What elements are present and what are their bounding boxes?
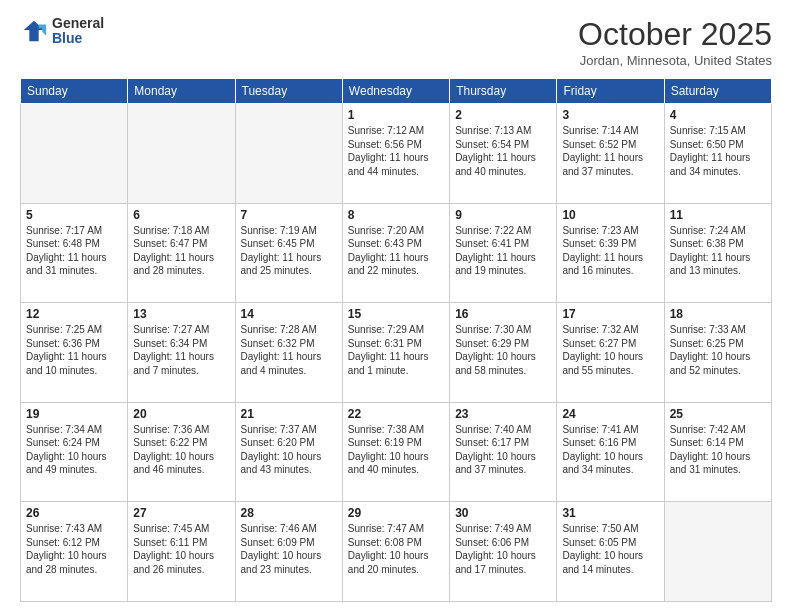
table-cell: [21, 104, 128, 204]
day-info: Sunrise: 7:13 AMSunset: 6:54 PMDaylight:…: [455, 124, 551, 178]
day-number: 16: [455, 307, 551, 321]
table-cell: 14Sunrise: 7:28 AMSunset: 6:32 PMDayligh…: [235, 303, 342, 403]
table-cell: 12Sunrise: 7:25 AMSunset: 6:36 PMDayligh…: [21, 303, 128, 403]
svg-marker-0: [24, 21, 45, 42]
day-info: Sunrise: 7:14 AMSunset: 6:52 PMDaylight:…: [562, 124, 658, 178]
day-number: 22: [348, 407, 444, 421]
week-row-1: 1Sunrise: 7:12 AMSunset: 6:56 PMDaylight…: [21, 104, 772, 204]
day-info: Sunrise: 7:41 AMSunset: 6:16 PMDaylight:…: [562, 423, 658, 477]
day-number: 23: [455, 407, 551, 421]
table-cell: 13Sunrise: 7:27 AMSunset: 6:34 PMDayligh…: [128, 303, 235, 403]
day-number: 26: [26, 506, 122, 520]
title-section: October 2025 Jordan, Minnesota, United S…: [578, 16, 772, 68]
day-number: 17: [562, 307, 658, 321]
day-info: Sunrise: 7:38 AMSunset: 6:19 PMDaylight:…: [348, 423, 444, 477]
table-cell: 21Sunrise: 7:37 AMSunset: 6:20 PMDayligh…: [235, 402, 342, 502]
day-info: Sunrise: 7:47 AMSunset: 6:08 PMDaylight:…: [348, 522, 444, 576]
day-number: 8: [348, 208, 444, 222]
table-cell: 23Sunrise: 7:40 AMSunset: 6:17 PMDayligh…: [450, 402, 557, 502]
table-cell: 1Sunrise: 7:12 AMSunset: 6:56 PMDaylight…: [342, 104, 449, 204]
table-cell: 22Sunrise: 7:38 AMSunset: 6:19 PMDayligh…: [342, 402, 449, 502]
day-info: Sunrise: 7:17 AMSunset: 6:48 PMDaylight:…: [26, 224, 122, 278]
week-row-4: 19Sunrise: 7:34 AMSunset: 6:24 PMDayligh…: [21, 402, 772, 502]
day-number: 25: [670, 407, 766, 421]
day-info: Sunrise: 7:12 AMSunset: 6:56 PMDaylight:…: [348, 124, 444, 178]
day-info: Sunrise: 7:24 AMSunset: 6:38 PMDaylight:…: [670, 224, 766, 278]
day-info: Sunrise: 7:43 AMSunset: 6:12 PMDaylight:…: [26, 522, 122, 576]
day-info: Sunrise: 7:25 AMSunset: 6:36 PMDaylight:…: [26, 323, 122, 377]
week-row-2: 5Sunrise: 7:17 AMSunset: 6:48 PMDaylight…: [21, 203, 772, 303]
week-row-5: 26Sunrise: 7:43 AMSunset: 6:12 PMDayligh…: [21, 502, 772, 602]
logo-general-label: General: [52, 16, 104, 31]
month-title: October 2025: [578, 16, 772, 53]
day-number: 31: [562, 506, 658, 520]
table-cell: 6Sunrise: 7:18 AMSunset: 6:47 PMDaylight…: [128, 203, 235, 303]
table-cell: 7Sunrise: 7:19 AMSunset: 6:45 PMDaylight…: [235, 203, 342, 303]
page: General Blue October 2025 Jordan, Minnes…: [0, 0, 792, 612]
location: Jordan, Minnesota, United States: [578, 53, 772, 68]
calendar: Sunday Monday Tuesday Wednesday Thursday…: [20, 78, 772, 602]
col-tuesday: Tuesday: [235, 79, 342, 104]
col-friday: Friday: [557, 79, 664, 104]
day-info: Sunrise: 7:29 AMSunset: 6:31 PMDaylight:…: [348, 323, 444, 377]
day-number: 15: [348, 307, 444, 321]
day-number: 18: [670, 307, 766, 321]
day-number: 11: [670, 208, 766, 222]
table-cell: 18Sunrise: 7:33 AMSunset: 6:25 PMDayligh…: [664, 303, 771, 403]
day-info: Sunrise: 7:36 AMSunset: 6:22 PMDaylight:…: [133, 423, 229, 477]
day-number: 19: [26, 407, 122, 421]
day-number: 29: [348, 506, 444, 520]
calendar-header-row: Sunday Monday Tuesday Wednesday Thursday…: [21, 79, 772, 104]
day-info: Sunrise: 7:49 AMSunset: 6:06 PMDaylight:…: [455, 522, 551, 576]
day-number: 24: [562, 407, 658, 421]
day-info: Sunrise: 7:46 AMSunset: 6:09 PMDaylight:…: [241, 522, 337, 576]
col-monday: Monday: [128, 79, 235, 104]
day-number: 12: [26, 307, 122, 321]
day-number: 4: [670, 108, 766, 122]
day-number: 13: [133, 307, 229, 321]
table-cell: 30Sunrise: 7:49 AMSunset: 6:06 PMDayligh…: [450, 502, 557, 602]
day-number: 1: [348, 108, 444, 122]
logo-text: General Blue: [52, 16, 104, 47]
day-info: Sunrise: 7:50 AMSunset: 6:05 PMDaylight:…: [562, 522, 658, 576]
day-number: 27: [133, 506, 229, 520]
day-info: Sunrise: 7:34 AMSunset: 6:24 PMDaylight:…: [26, 423, 122, 477]
table-cell: 3Sunrise: 7:14 AMSunset: 6:52 PMDaylight…: [557, 104, 664, 204]
table-cell: 5Sunrise: 7:17 AMSunset: 6:48 PMDaylight…: [21, 203, 128, 303]
day-info: Sunrise: 7:28 AMSunset: 6:32 PMDaylight:…: [241, 323, 337, 377]
table-cell: [235, 104, 342, 204]
day-info: Sunrise: 7:23 AMSunset: 6:39 PMDaylight:…: [562, 224, 658, 278]
logo-blue-label: Blue: [52, 31, 104, 46]
day-info: Sunrise: 7:32 AMSunset: 6:27 PMDaylight:…: [562, 323, 658, 377]
table-cell: [128, 104, 235, 204]
day-number: 21: [241, 407, 337, 421]
table-cell: 4Sunrise: 7:15 AMSunset: 6:50 PMDaylight…: [664, 104, 771, 204]
table-cell: 24Sunrise: 7:41 AMSunset: 6:16 PMDayligh…: [557, 402, 664, 502]
day-info: Sunrise: 7:33 AMSunset: 6:25 PMDaylight:…: [670, 323, 766, 377]
day-info: Sunrise: 7:22 AMSunset: 6:41 PMDaylight:…: [455, 224, 551, 278]
day-info: Sunrise: 7:18 AMSunset: 6:47 PMDaylight:…: [133, 224, 229, 278]
day-number: 3: [562, 108, 658, 122]
day-number: 7: [241, 208, 337, 222]
day-number: 28: [241, 506, 337, 520]
day-number: 9: [455, 208, 551, 222]
table-cell: 10Sunrise: 7:23 AMSunset: 6:39 PMDayligh…: [557, 203, 664, 303]
day-info: Sunrise: 7:42 AMSunset: 6:14 PMDaylight:…: [670, 423, 766, 477]
table-cell: 27Sunrise: 7:45 AMSunset: 6:11 PMDayligh…: [128, 502, 235, 602]
table-cell: 9Sunrise: 7:22 AMSunset: 6:41 PMDaylight…: [450, 203, 557, 303]
col-thursday: Thursday: [450, 79, 557, 104]
day-info: Sunrise: 7:15 AMSunset: 6:50 PMDaylight:…: [670, 124, 766, 178]
table-cell: 26Sunrise: 7:43 AMSunset: 6:12 PMDayligh…: [21, 502, 128, 602]
table-cell: 2Sunrise: 7:13 AMSunset: 6:54 PMDaylight…: [450, 104, 557, 204]
day-number: 14: [241, 307, 337, 321]
day-info: Sunrise: 7:45 AMSunset: 6:11 PMDaylight:…: [133, 522, 229, 576]
day-number: 10: [562, 208, 658, 222]
day-number: 6: [133, 208, 229, 222]
day-info: Sunrise: 7:30 AMSunset: 6:29 PMDaylight:…: [455, 323, 551, 377]
table-cell: [664, 502, 771, 602]
day-number: 2: [455, 108, 551, 122]
table-cell: 11Sunrise: 7:24 AMSunset: 6:38 PMDayligh…: [664, 203, 771, 303]
week-row-3: 12Sunrise: 7:25 AMSunset: 6:36 PMDayligh…: [21, 303, 772, 403]
day-number: 30: [455, 506, 551, 520]
table-cell: 28Sunrise: 7:46 AMSunset: 6:09 PMDayligh…: [235, 502, 342, 602]
